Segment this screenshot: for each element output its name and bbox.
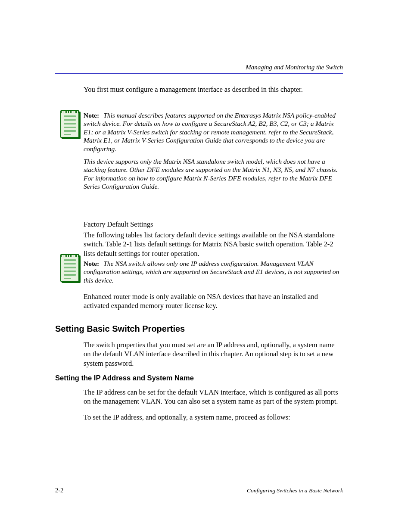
body-paragraph: The IP address can be set for the defaul… [84, 388, 343, 406]
note-text: The NSA switch allows only one IP addres… [84, 260, 339, 284]
intro-paragraph: You first must configure a management in… [84, 85, 343, 94]
factory-defaults-heading-line: Factory Default Settings [84, 220, 343, 229]
running-header: Managing and Monitoring the Switch [246, 64, 343, 71]
notepad-icon [60, 110, 79, 139]
footer-text: Configuring Switches in a Basic Network [247, 487, 343, 494]
header-rule [55, 73, 343, 74]
note-block-1: Note: This manual describes features sup… [84, 111, 343, 190]
body-paragraph: To set the IP address, and optionally, a… [84, 413, 343, 422]
note-label: Note: [84, 260, 99, 267]
page-number: 2-2 [55, 487, 63, 494]
note-text: This device supports only the Matrix NSA… [84, 157, 343, 191]
section-heading: Setting Basic Switch Properties [55, 324, 185, 334]
note-text: This manual describes features supported… [84, 112, 336, 152]
body-paragraph: The switch properties that you must set … [84, 340, 343, 368]
note-block-2: Note: The NSA switch allows only one IP … [84, 259, 343, 284]
subsection-heading: Setting the IP Address and System Name [55, 374, 194, 382]
notepad-icon [60, 254, 79, 283]
body-paragraph: Enhanced router mode is only available o… [84, 292, 343, 311]
note-label: Note: [84, 112, 99, 119]
body-paragraph: The following tables list factory defaul… [84, 230, 343, 258]
